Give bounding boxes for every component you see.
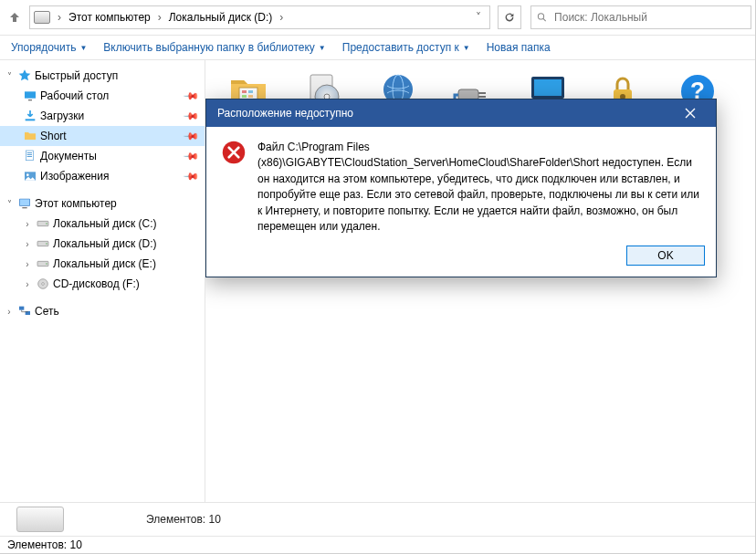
breadcrumb-leaf[interactable]: Локальный диск (D:) bbox=[167, 9, 275, 26]
sidebar-item-quick[interactable]: Документы📌 bbox=[0, 146, 205, 166]
sidebar-item-label: CD-дисковод (F:) bbox=[53, 277, 140, 290]
chevron-right-icon[interactable]: › bbox=[276, 11, 287, 24]
svg-rect-28 bbox=[248, 95, 253, 98]
dialog-body: Файл C:\Program Files (x86)\GIGABYTE\Clo… bbox=[206, 127, 716, 240]
sidebar-item-quick[interactable]: Рабочий стол📌 bbox=[0, 86, 205, 106]
svg-rect-12 bbox=[20, 199, 30, 205]
hdd-icon bbox=[35, 256, 51, 271]
svg-rect-2 bbox=[25, 91, 36, 98]
svg-rect-8 bbox=[27, 156, 32, 157]
sidebar-item-label: Short bbox=[40, 130, 67, 142]
status-count: Элементов: 10 bbox=[7, 538, 82, 551]
share-menu[interactable]: Предоставить доступ к▼ bbox=[342, 41, 470, 54]
include-in-library-menu[interactable]: Включить выбранную папку в библиотеку▼ bbox=[103, 41, 325, 54]
star-icon bbox=[16, 68, 33, 83]
chevron-right-icon[interactable]: › bbox=[54, 11, 65, 24]
caret-down-icon: ▼ bbox=[463, 44, 470, 52]
svg-point-21 bbox=[42, 283, 45, 286]
svg-rect-13 bbox=[22, 207, 26, 208]
collapse-icon[interactable]: ˅ bbox=[4, 71, 15, 81]
network-label: Сеть bbox=[35, 305, 59, 318]
drive-icon bbox=[34, 11, 50, 24]
svg-point-15 bbox=[46, 223, 47, 224]
network-header[interactable]: › Сеть bbox=[0, 301, 205, 321]
svg-point-0 bbox=[538, 14, 543, 19]
refresh-button[interactable] bbox=[498, 5, 521, 29]
cd-icon bbox=[35, 277, 51, 291]
command-bar: Упорядочить▼ Включить выбранную папку в … bbox=[0, 36, 755, 60]
error-icon bbox=[221, 140, 247, 165]
sidebar-item-label: Документы bbox=[40, 150, 97, 162]
hdd-icon bbox=[35, 216, 51, 231]
quick-access-label: Быстрый доступ bbox=[35, 69, 118, 82]
svg-rect-4 bbox=[26, 119, 36, 120]
dialog-message: Файл C:\Program Files (x86)\GIGABYTE\Clo… bbox=[257, 140, 701, 235]
svg-rect-25 bbox=[242, 90, 247, 93]
this-pc-header[interactable]: ˅ Этот компьютер bbox=[0, 193, 205, 214]
pictures-icon bbox=[22, 169, 38, 183]
breadcrumb[interactable]: › Этот компьютер › Локальный диск (D:) ›… bbox=[29, 5, 490, 29]
sidebar-item-label: Локальный диск (D:) bbox=[53, 237, 157, 250]
svg-rect-5 bbox=[26, 151, 33, 161]
nav-up-icon[interactable] bbox=[4, 6, 26, 28]
close-icon bbox=[685, 108, 696, 119]
expand-icon[interactable]: › bbox=[22, 279, 33, 289]
sidebar-item-drive[interactable]: ›Локальный диск (E:) bbox=[0, 254, 205, 274]
svg-line-1 bbox=[543, 18, 546, 21]
svg-rect-22 bbox=[19, 307, 24, 310]
folder-icon bbox=[22, 129, 38, 143]
pc-icon bbox=[16, 196, 33, 211]
content-pane: AppsDistribGamesPORTABLE PROGRAMSProgram… bbox=[205, 60, 755, 502]
sidebar-item-drive[interactable]: ›CD-дисковод (F:) bbox=[0, 274, 205, 294]
pin-icon: 📌 bbox=[182, 107, 199, 124]
svg-rect-7 bbox=[27, 154, 32, 155]
breadcrumb-dropdown-icon[interactable]: ˅ bbox=[471, 11, 486, 24]
sidebar-item-quick[interactable]: Short📌 bbox=[0, 126, 205, 146]
organize-menu[interactable]: Упорядочить▼ bbox=[11, 41, 87, 54]
dialog-titlebar[interactable]: Расположение недоступно bbox=[206, 99, 716, 127]
this-pc-section: ˅ Этот компьютер ›Локальный диск (C:)›Ло… bbox=[0, 193, 205, 294]
svg-point-17 bbox=[46, 243, 47, 244]
breadcrumb-root[interactable]: Этот компьютер bbox=[67, 9, 152, 26]
new-folder-button[interactable]: Новая папка bbox=[487, 41, 551, 54]
ok-button[interactable]: OK bbox=[626, 246, 705, 266]
quick-access-header[interactable]: ˅ Быстрый доступ bbox=[0, 66, 205, 86]
sidebar-item-drive[interactable]: ›Локальный диск (C:) bbox=[0, 214, 205, 234]
close-button[interactable] bbox=[672, 99, 709, 127]
expand-icon[interactable]: › bbox=[22, 219, 33, 229]
address-bar-row: › Этот компьютер › Локальный диск (D:) ›… bbox=[0, 0, 755, 36]
svg-point-19 bbox=[46, 263, 47, 264]
sidebar-item-label: Локальный диск (E:) bbox=[53, 257, 156, 270]
svg-point-10 bbox=[26, 173, 29, 176]
expand-icon[interactable]: › bbox=[22, 259, 33, 269]
pin-icon: 📌 bbox=[182, 87, 199, 104]
chevron-right-icon[interactable]: › bbox=[154, 11, 165, 24]
this-pc-label: Этот компьютер bbox=[35, 197, 117, 210]
sidebar-item-label: Локальный диск (C:) bbox=[53, 217, 157, 230]
caret-down-icon: ▼ bbox=[319, 44, 326, 52]
pin-icon: 📌 bbox=[182, 147, 199, 164]
sidebar-item-drive[interactable]: ›Локальный диск (D:) bbox=[0, 234, 205, 254]
network-section: › Сеть bbox=[0, 301, 205, 321]
drive-thumbnail-icon bbox=[16, 507, 64, 532]
quick-access-section: ˅ Быстрый доступ Рабочий стол📌Загрузки📌S… bbox=[0, 66, 205, 186]
search-input[interactable] bbox=[552, 10, 745, 25]
downloads-icon bbox=[22, 109, 38, 123]
details-text: Элементов: 10 bbox=[73, 513, 748, 526]
svg-rect-26 bbox=[248, 90, 253, 93]
expand-icon[interactable]: › bbox=[22, 239, 33, 249]
desktop-icon bbox=[22, 89, 38, 103]
sidebar-item-quick[interactable]: Загрузки📌 bbox=[0, 106, 205, 126]
sidebar-item-label: Загрузки bbox=[40, 110, 84, 122]
collapse-icon[interactable]: ˅ bbox=[4, 199, 15, 209]
details-pane: Элементов: 10 bbox=[0, 502, 755, 536]
search-icon bbox=[537, 12, 547, 23]
expand-icon[interactable]: › bbox=[4, 307, 15, 317]
search-box[interactable] bbox=[530, 5, 751, 29]
network-icon bbox=[16, 304, 33, 319]
explorer-window: › Этот компьютер › Локальный диск (D:) ›… bbox=[0, 0, 756, 554]
caret-down-icon: ▼ bbox=[79, 44, 87, 52]
navigation-pane: ˅ Быстрый доступ Рабочий стол📌Загрузки📌S… bbox=[0, 60, 205, 502]
svg-rect-36 bbox=[478, 92, 486, 94]
sidebar-item-quick[interactable]: Изображения📌 bbox=[0, 166, 205, 186]
